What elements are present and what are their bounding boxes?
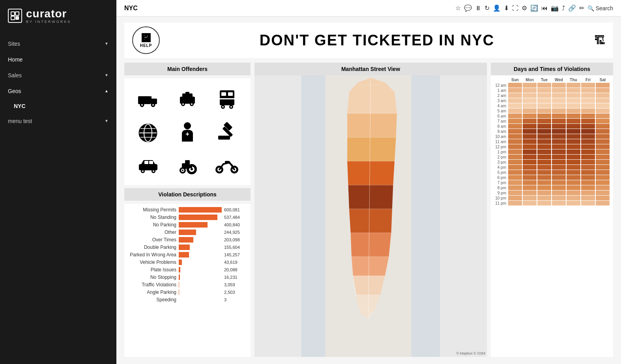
heatmap-cell <box>508 83 522 88</box>
heatmap-cell <box>508 93 522 98</box>
dashboard-title: DON'T GET TICKETED IN NYC <box>260 32 494 49</box>
heatmap-time-label: 1 am <box>494 88 508 93</box>
offender-tractor[interactable] <box>168 149 207 181</box>
offender-motorcycle[interactable] <box>207 149 247 181</box>
svg-rect-25 <box>220 98 234 99</box>
heatmap-cell <box>523 88 537 93</box>
offender-car[interactable] <box>128 149 168 181</box>
heatmap-cell <box>552 165 566 170</box>
heatmap-time-label: 11 am <box>494 140 508 144</box>
heatmap-cell <box>523 180 537 185</box>
sidebar-item-sales[interactable]: Sales ▼ <box>0 67 116 83</box>
star-icon[interactable]: ☆ <box>455 4 461 12</box>
expand-icon[interactable]: ⛶ <box>512 5 518 12</box>
svg-rect-12 <box>182 93 193 97</box>
violation-row[interactable]: Parked In Wrong Area145,257 <box>129 252 246 258</box>
violation-row[interactable]: Angle Parking2,503 <box>129 289 246 295</box>
camera-icon[interactable]: 📷 <box>551 4 559 12</box>
connect-icon[interactable]: 🔗 <box>568 4 576 12</box>
heatmap-cell <box>552 98 566 103</box>
heatmap-cell <box>552 103 566 108</box>
reload-icon[interactable]: 🔄 <box>530 4 538 12</box>
violation-row[interactable]: No Standing537,484 <box>129 215 246 220</box>
heatmap-row: 4 am <box>494 103 610 108</box>
sidebar-item-menu-test[interactable]: menu test ▼ <box>0 113 116 129</box>
svg-rect-51 <box>185 160 190 164</box>
violation-row[interactable]: Other244,925 <box>129 230 246 235</box>
offender-bus[interactable] <box>207 82 247 116</box>
logo: curator BY INTERWORKS <box>0 0 116 36</box>
violation-row[interactable]: Vehicle Problems43,619 <box>129 259 246 265</box>
violation-row[interactable]: Traffic Violations3,059 <box>129 282 246 287</box>
svg-rect-19 <box>221 92 226 96</box>
offender-truck[interactable] <box>128 82 168 116</box>
sidebar-item-home[interactable]: Home <box>0 52 116 67</box>
heatmap-cell <box>596 124 610 129</box>
heatmap-cell <box>508 119 522 123</box>
heatmap-cell <box>596 170 610 175</box>
sidebar-item-geos[interactable]: Geos ▲ <box>0 83 116 99</box>
svg-marker-65 <box>347 114 397 138</box>
heatmap-cell <box>523 185 537 190</box>
search-button[interactable]: 🔍 Search <box>587 5 613 11</box>
heatmap-cell <box>567 114 580 118</box>
offender-taxi[interactable] <box>168 82 207 116</box>
chat-icon[interactable]: 💬 <box>464 4 472 12</box>
heatmap-cell <box>508 134 522 139</box>
heatmap-cell <box>537 190 551 195</box>
heatmap-cell <box>581 108 595 113</box>
pause-icon[interactable]: ⏸ <box>475 5 481 12</box>
download-icon[interactable]: ⬇ <box>504 4 509 12</box>
heatmap-cell <box>508 165 522 170</box>
logo-curator-label: curator <box>26 8 71 20</box>
violation-value: 20,088 <box>224 267 246 272</box>
heatmap-cell <box>552 83 566 88</box>
violation-row[interactable]: Plate Issues20,088 <box>129 267 246 273</box>
offender-doctor[interactable] <box>168 116 207 149</box>
refresh-icon[interactable]: ↻ <box>484 4 490 12</box>
heatmap-cell <box>581 170 595 175</box>
heatmap-cell <box>581 83 595 88</box>
offender-gavel[interactable] <box>207 116 247 149</box>
help-label: HELP <box>140 43 152 48</box>
violation-bar <box>179 259 182 265</box>
sidebar-item-nyc[interactable]: NYC <box>0 99 116 113</box>
heatmap-cell <box>537 170 551 175</box>
panel-left-header: Main Offenders <box>124 63 251 75</box>
sidebar-item-sites[interactable]: Sites ▼ <box>0 36 116 52</box>
share-icon[interactable]: ⤴ <box>562 5 565 12</box>
offender-globe[interactable] <box>128 116 168 149</box>
heatmap-cell <box>537 83 551 88</box>
svg-point-16 <box>191 103 193 105</box>
violation-row[interactable]: Double Parking155,604 <box>129 245 246 250</box>
heatmap-cell <box>523 170 537 175</box>
heatmap-cell <box>596 149 610 154</box>
heatmap-cell <box>567 129 580 134</box>
svg-marker-72 <box>353 276 385 295</box>
violation-row[interactable]: No Parking400,840 <box>129 222 246 228</box>
heatmap-cell <box>581 144 595 149</box>
heatmap-cell <box>567 170 580 175</box>
heatmap-row: 7 am <box>494 119 610 123</box>
heatmap-cell <box>567 149 580 154</box>
heatmap-cell <box>523 124 537 129</box>
violation-row[interactable]: No Stopping16,231 <box>129 274 246 280</box>
skip-back-icon[interactable]: ⏮ <box>541 5 548 12</box>
settings-icon[interactable]: ⚙ <box>522 4 527 12</box>
heatmap-cell <box>567 119 580 123</box>
map-container[interactable]: © Mapbox © OSM <box>254 75 487 357</box>
heatmap-time-label: 5 pm <box>494 170 508 175</box>
edit-icon[interactable]: ✏ <box>579 4 584 12</box>
violation-row[interactable]: Over Times203,098 <box>129 237 246 243</box>
heatmap-time-label: 10 pm <box>494 196 508 200</box>
heatmap-day-label: Thu <box>566 78 581 82</box>
panel-mid-header: Manhattan Street View <box>254 63 487 75</box>
heatmap-row: 5 am <box>494 108 610 113</box>
heatmap-time-label: 7 am <box>494 119 508 123</box>
user-icon[interactable]: 👤 <box>493 4 501 12</box>
violation-row[interactable]: Speeding3 <box>129 297 246 302</box>
dashboard-header: 🅿 HELP DON'T GET TICKETED IN NYC 🏗 <box>124 22 613 58</box>
violation-label: Parked In Wrong Area <box>129 252 176 258</box>
heatmap-cell <box>552 201 566 205</box>
violation-row[interactable]: Missing Permits600,081 <box>129 207 246 213</box>
